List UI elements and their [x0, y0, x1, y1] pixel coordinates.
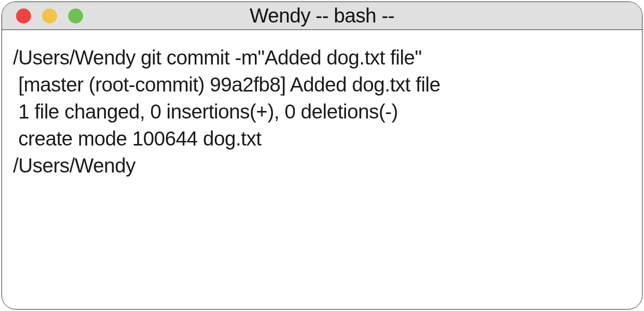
terminal-line: /Users/Wendy: [13, 152, 631, 179]
title-bar: Wendy -- bash --: [2, 2, 642, 30]
terminal-line: /Users/Wendy git commit -m"Added dog.txt…: [13, 44, 631, 71]
terminal-window: Wendy -- bash -- /Users/Wendy git commit…: [2, 2, 642, 310]
minimize-icon[interactable]: [42, 8, 57, 24]
terminal-line: create mode 100644 dog.txt: [13, 125, 631, 152]
terminal-line: 1 file changed, 0 insertions(+), 0 delet…: [13, 98, 631, 125]
close-icon[interactable]: [16, 8, 31, 24]
terminal-line: [master (root-commit) 99a2fb8] Added dog…: [13, 71, 631, 98]
traffic-lights: [2, 8, 83, 24]
window-title: Wendy -- bash --: [2, 4, 642, 27]
zoom-icon[interactable]: [68, 8, 83, 24]
terminal-body[interactable]: /Users/Wendy git commit -m"Added dog.txt…: [2, 30, 642, 309]
